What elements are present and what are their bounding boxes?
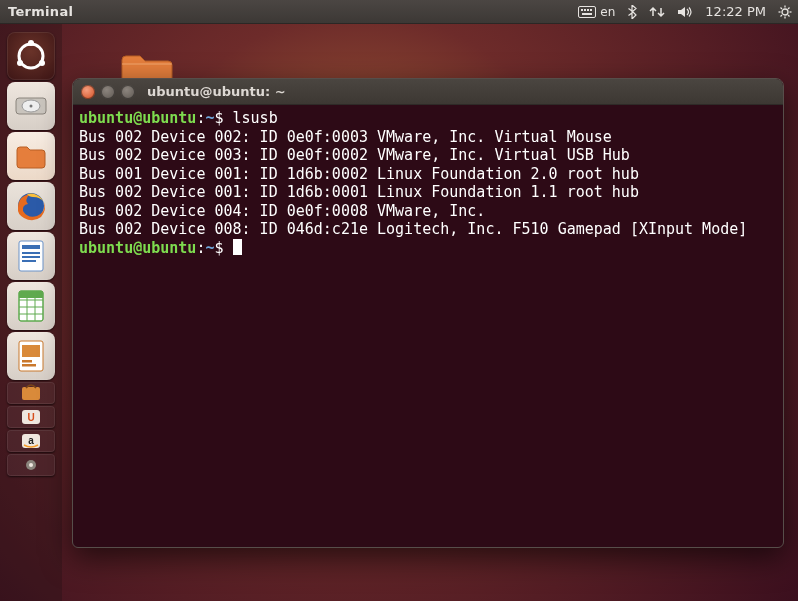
sound-indicator[interactable] [677,6,693,18]
focused-app-name: Terminal [8,4,73,19]
svg-rect-28 [19,291,43,321]
settings-icon [10,456,52,474]
svg-rect-43 [22,434,40,448]
top-panel: Terminal en 12:22 PM [0,0,798,24]
svg-rect-39 [22,364,36,367]
dash-home[interactable] [7,32,55,80]
output-line: Bus 002 Device 004: ID 0e0f:0008 VMware,… [79,202,494,220]
cursor [233,239,242,255]
svg-point-18 [39,60,45,66]
keyboard-lang: en [600,5,615,19]
clock[interactable]: 12:22 PM [705,4,766,19]
ubuntu-logo-icon [14,39,48,73]
svg-rect-41 [22,410,40,424]
command-text: lsusb [233,109,278,127]
svg-rect-38 [22,360,32,363]
disk-utility[interactable] [7,82,55,130]
volume-icon [677,6,693,18]
network-indicator[interactable] [649,5,665,19]
spreadsheet-icon [16,289,46,323]
firefox[interactable] [7,182,55,230]
prompt-tail: $ [214,109,232,127]
svg-point-45 [26,460,36,470]
files[interactable] [7,132,55,180]
output-line: Bus 002 Device 008: ID 046d:c21e Logitec… [79,220,747,238]
keyboard-indicator[interactable]: en [578,5,615,19]
svg-rect-1 [581,9,583,11]
terminal-body[interactable]: ubuntu@ubuntu:~$ lsusb Bus 002 Device 00… [73,105,783,261]
system-settings[interactable] [7,454,55,476]
svg-rect-3 [587,9,589,11]
svg-rect-37 [22,345,40,357]
shopping-bag-icon [10,384,52,402]
folder-icon [14,141,48,171]
svg-rect-35 [19,291,43,298]
titlebar[interactable]: ubuntu@ubuntu: ~ [73,79,783,105]
impress[interactable] [7,332,55,380]
svg-line-13 [788,7,790,9]
svg-line-14 [781,15,783,17]
output-line: Bus 002 Device 002: ID 0e0f:0003 VMware,… [79,128,612,146]
window-minimize-button[interactable] [101,85,115,99]
calc[interactable] [7,282,55,330]
svg-rect-29 [19,291,43,321]
keyboard-icon [578,6,596,18]
svg-rect-5 [582,13,592,15]
software-center[interactable] [7,382,55,404]
gear-icon [778,5,792,19]
bluetooth-icon [627,5,637,19]
svg-point-6 [782,9,788,15]
ubuntu-one-icon: U [10,408,52,426]
svg-text:a: a [28,435,34,446]
presentation-icon [16,339,46,373]
svg-point-17 [17,60,23,66]
svg-rect-36 [19,341,43,371]
svg-rect-40 [22,387,40,400]
terminal-window: ubuntu@ubuntu: ~ ubuntu@ubuntu:~$ lsusb … [72,78,784,548]
writer[interactable] [7,232,55,280]
svg-point-22 [18,193,44,219]
svg-point-15 [19,44,43,68]
amazon[interactable]: a [7,430,55,452]
svg-line-12 [788,15,790,17]
svg-rect-24 [22,245,40,249]
document-icon [16,239,46,273]
output-line: Bus 002 Device 003: ID 0e0f:0002 VMware,… [79,146,630,164]
svg-point-46 [29,463,33,467]
prompt-user: ubuntu@ubuntu [79,109,196,127]
window-close-button[interactable] [81,85,95,99]
amazon-icon: a [10,432,52,450]
svg-point-16 [28,40,34,46]
svg-line-11 [781,7,783,9]
svg-text:U: U [27,412,34,423]
svg-point-21 [30,105,33,108]
window-maximize-button[interactable] [121,85,135,99]
prompt-user: ubuntu@ubuntu [79,239,196,257]
output-line: Bus 002 Device 001: ID 1d6b:0001 Linux F… [79,183,639,201]
svg-rect-2 [584,9,586,11]
firefox-icon [13,188,49,224]
svg-rect-4 [590,9,592,11]
svg-rect-0 [579,6,596,17]
svg-rect-23 [19,241,43,271]
svg-rect-19 [16,98,46,114]
session-indicator[interactable] [778,5,792,19]
svg-point-20 [22,100,40,112]
drive-icon [14,92,48,120]
unity-launcher: U a [0,24,62,601]
output-line: Bus 001 Device 001: ID 1d6b:0002 Linux F… [79,165,639,183]
bluetooth-indicator[interactable] [627,5,637,19]
network-updown-icon [649,5,665,19]
prompt-tail: $ [214,239,232,257]
ubuntu-one[interactable]: U [7,406,55,428]
window-title: ubuntu@ubuntu: ~ [147,84,286,99]
